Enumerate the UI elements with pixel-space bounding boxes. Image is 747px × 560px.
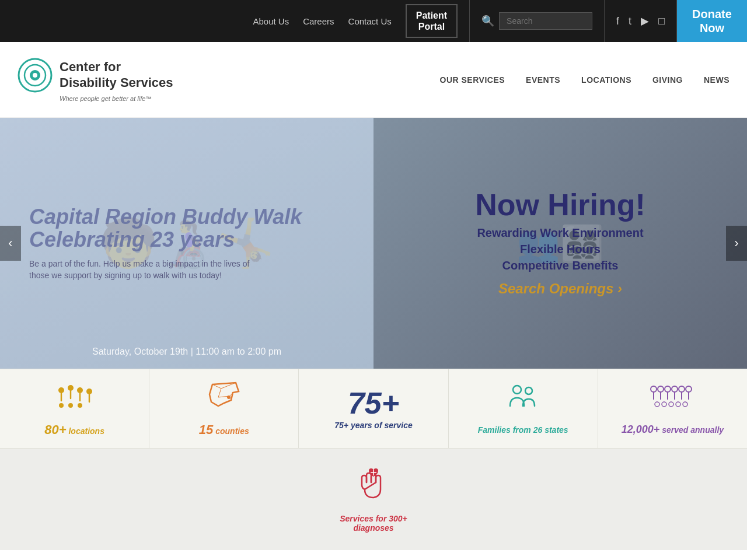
top-nav-about[interactable]: About Us (253, 16, 289, 26)
patient-portal-btn[interactable]: Patient Portal (406, 4, 458, 38)
family-icon (505, 383, 540, 419)
years-number: 75+ (348, 388, 399, 418)
counties-icon (207, 380, 242, 416)
search-openings-link[interactable]: Search Openings › (475, 281, 645, 297)
top-nav-contact[interactable]: Contact Us (348, 16, 392, 26)
hero-slider: 🧒👩‍🦽🤸 Capital Region Buddy Walk Celebrat… (0, 118, 747, 369)
donate-button[interactable]: Donate Now (677, 0, 747, 42)
slide-date: Saturday, October 19th | 11:00 am to 2:0… (92, 346, 281, 357)
hiring-benefits: Rewarding Work Environment Flexible Hour… (475, 225, 645, 274)
svg-point-22 (658, 386, 664, 392)
top-bar: About Us Careers Contact Us Patient Port… (0, 0, 747, 42)
svg-line-12 (212, 384, 221, 388)
slider-next-button[interactable]: › (726, 226, 747, 261)
nav-events[interactable]: EVENTS (526, 75, 560, 85)
years-label: 75+ years of service (334, 421, 413, 430)
svg-point-33 (655, 402, 659, 407)
slide-body: Be a part of the fun. Help us make a big… (29, 258, 263, 281)
crowd-icon (649, 382, 696, 418)
top-nav-careers[interactable]: Careers (303, 16, 334, 26)
slide-text-overlay: Capital Region Buddy Walk Celebrating 23… (0, 118, 374, 369)
slide-title: Capital Region Buddy Walk Celebrating 23… (29, 205, 302, 251)
top-bar-nav: About Us Careers Contact Us Patient Port… (253, 4, 469, 38)
svg-point-36 (676, 402, 680, 407)
svg-point-23 (665, 386, 671, 392)
served-label: 12,000+ served annually (622, 424, 724, 436)
svg-point-21 (651, 386, 657, 392)
twitter-icon[interactable]: t (629, 15, 631, 27)
svg-point-37 (683, 402, 687, 407)
logo-words: Center for Disability Services (60, 60, 173, 90)
svg-point-18 (227, 396, 231, 399)
states-label: Families from 26 states (478, 425, 568, 435)
locations-icon (54, 380, 95, 416)
instagram-icon[interactable]: □ (658, 15, 665, 27)
logo-text[interactable]: Center for Disability Services (18, 58, 173, 93)
hero-left-panel: 🧒👩‍🦽🤸 Capital Region Buddy Walk Celebrat… (0, 118, 374, 369)
svg-line-14 (218, 388, 221, 397)
main-header: Center for Disability Services Where peo… (0, 42, 747, 118)
logo-icon (18, 58, 53, 93)
svg-point-9 (78, 403, 82, 408)
logo-area: Center for Disability Services Where peo… (18, 58, 173, 102)
nav-giving[interactable]: GIVING (652, 75, 683, 85)
svg-point-19 (513, 386, 521, 394)
svg-point-8 (68, 403, 73, 408)
svg-point-5 (68, 385, 74, 391)
svg-point-4 (58, 387, 64, 393)
slider-prev-button[interactable]: ‹ (0, 226, 21, 261)
svg-marker-11 (210, 383, 239, 406)
svg-point-6 (77, 387, 83, 393)
social-icons: f t ▶ □ (605, 0, 677, 42)
nav-news[interactable]: NEWS (704, 75, 729, 85)
hero-right-panel: 👥👨‍👩‍👧‍👦 Now Hiring! Rewarding Work Envi… (374, 118, 747, 369)
nav-our-services[interactable]: OUR SERVICES (440, 75, 505, 85)
hiring-title: Now Hiring! (475, 190, 645, 220)
stat-locations: 80+ locations (0, 369, 149, 448)
svg-point-26 (686, 386, 692, 392)
hero-slide: 🧒👩‍🦽🤸 Capital Region Buddy Walk Celebrat… (0, 118, 747, 369)
svg-point-34 (662, 402, 666, 407)
stat-counties: 15 counties (149, 369, 299, 448)
nav-locations[interactable]: LOCATIONS (581, 75, 631, 85)
main-nav: OUR SERVICES EVENTS LOCATIONS GIVING NEW… (173, 75, 729, 85)
search-input[interactable] (499, 12, 592, 30)
svg-point-24 (672, 386, 678, 392)
locations-label: 80+ locations (44, 422, 104, 438)
services-label: Services for 300+ diagnoses (340, 514, 407, 533)
counties-label: 15 counties (199, 422, 249, 438)
stat-years: 75+ 75+ years of service (299, 369, 448, 448)
search-icon: 🔍 (481, 15, 494, 27)
stats-bar: 80+ locations 15 counties (0, 369, 747, 449)
svg-point-3 (33, 73, 37, 78)
services-teaser: Services for 300+ diagnoses (0, 449, 747, 550)
svg-point-35 (669, 402, 673, 407)
logo-tagline: Where people get better at life™ (60, 95, 152, 102)
facebook-icon[interactable]: f (616, 15, 619, 27)
services-icon (356, 466, 391, 510)
years-display: 75+ (348, 388, 399, 418)
svg-point-7 (59, 403, 64, 408)
stat-states: Families from 26 states (449, 369, 598, 448)
svg-point-20 (525, 387, 532, 394)
svg-point-10 (86, 388, 92, 394)
search-area: 🔍 (469, 0, 605, 42)
youtube-icon[interactable]: ▶ (641, 15, 649, 27)
stat-served: 12,000+ served annually (598, 369, 747, 448)
svg-point-25 (679, 386, 685, 392)
